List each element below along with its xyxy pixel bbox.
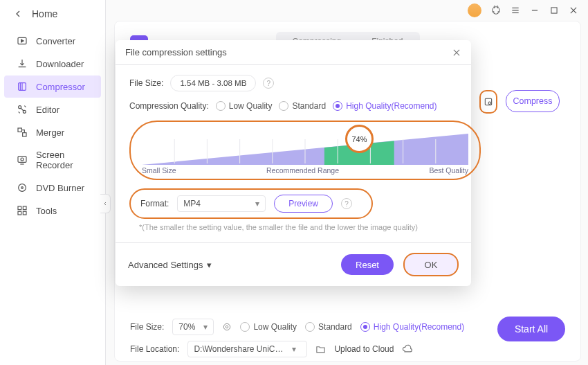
- quality-slider[interactable]: 74%: [142, 129, 468, 165]
- sidebar-item-merger[interactable]: Merger: [4, 121, 101, 143]
- svg-point-21: [21, 187, 24, 189]
- chevron-down-icon: ▾: [292, 344, 296, 354]
- support-icon[interactable]: [491, 6, 501, 15]
- sidebar-item-label: Tools: [36, 206, 57, 216]
- sidebar-item-label: Screen Recorder: [36, 150, 93, 170]
- file-location-select[interactable]: D:\Wondershare UniConverter 1 ▾: [187, 341, 307, 357]
- svg-point-18: [21, 158, 24, 161]
- svg-rect-16: [23, 133, 26, 136]
- radio-label: Low Quality: [229, 101, 273, 111]
- slider-value: 74%: [351, 135, 367, 143]
- svg-point-29: [226, 326, 229, 328]
- folder-icon[interactable]: [315, 344, 326, 355]
- svg-point-0: [493, 7, 500, 15]
- file-size-value: 70%: [178, 322, 195, 332]
- target-icon[interactable]: [222, 322, 232, 332]
- modal-title: File compression settings: [125, 47, 227, 57]
- modal-radio-high[interactable]: High Quality(Recomend): [333, 101, 437, 111]
- home-label: Home: [32, 8, 57, 19]
- radio-label: High Quality(Recomend): [374, 322, 464, 332]
- radio-label: Standard: [292, 101, 326, 111]
- radio-standard[interactable]: Standard: [305, 322, 352, 332]
- file-size-value: 1.54 MB - 3.08 MB: [180, 79, 246, 87]
- converter-icon: [17, 35, 28, 46]
- item-settings-button[interactable]: [479, 90, 497, 114]
- radio-label: High Quality(Recomend): [346, 101, 437, 111]
- merger-icon: [17, 127, 28, 138]
- help-icon[interactable]: ?: [341, 198, 352, 209]
- compressor-icon: [17, 81, 28, 92]
- help-icon[interactable]: ?: [263, 78, 274, 89]
- sidebar-item-dvd-burner[interactable]: DVD Burner: [4, 177, 101, 199]
- ok-button[interactable]: OK: [403, 253, 459, 276]
- sidebar-item-label: Downloader: [36, 59, 84, 69]
- screen-recorder-icon: [17, 154, 28, 166]
- advanced-label: Advanced Settings: [128, 260, 203, 270]
- start-all-button[interactable]: Start All: [497, 317, 565, 341]
- svg-rect-25: [23, 211, 26, 215]
- svg-rect-5: [551, 8, 557, 13]
- sidebar-item-label: Editor: [36, 105, 59, 115]
- radio-label: Low Quality: [253, 322, 297, 332]
- editor-icon: [17, 104, 28, 115]
- file-size-select[interactable]: 70% ▾: [172, 319, 214, 335]
- file-location-value: D:\Wondershare UniConverter 1: [194, 344, 284, 354]
- compression-settings-modal: File compression settings File Size: 1.5…: [116, 40, 471, 286]
- modal-file-size-label: File Size:: [129, 78, 163, 88]
- downloader-icon: [17, 58, 28, 69]
- preview-button[interactable]: Preview: [274, 195, 333, 213]
- menu-icon[interactable]: [511, 6, 520, 15]
- sidebar-item-compressor[interactable]: Compressor: [4, 75, 101, 98]
- radio-high-quality[interactable]: High Quality(Recomend): [360, 322, 464, 332]
- hint-text: *(The smaller the setting value, the sma…: [139, 223, 457, 231]
- svg-rect-15: [18, 128, 21, 132]
- sidebar-item-editor[interactable]: Editor: [4, 98, 101, 121]
- slider-handle[interactable]: 74%: [345, 125, 374, 153]
- sidebar-item-label: Merger: [36, 127, 64, 138]
- sidebar-collapse-button[interactable]: [100, 194, 111, 213]
- svg-rect-24: [18, 211, 21, 215]
- format-row: Format: MP4 ▾ Preview ?: [129, 188, 373, 219]
- slider-track-icon: [142, 134, 468, 165]
- svg-rect-22: [18, 206, 21, 210]
- compress-button[interactable]: Compress: [506, 90, 560, 112]
- svg-point-28: [224, 323, 230, 330]
- sidebar-item-screen-recorder[interactable]: Screen Recorder: [4, 144, 101, 176]
- slider-small-label: Small Size: [142, 166, 176, 175]
- reset-button[interactable]: Reset: [341, 254, 394, 275]
- window-minimize-icon[interactable]: [530, 6, 540, 15]
- svg-rect-23: [23, 206, 26, 210]
- cloud-icon[interactable]: [402, 344, 413, 355]
- radio-low-quality[interactable]: Low Quality: [240, 322, 297, 332]
- window-maximize-icon[interactable]: [549, 6, 559, 15]
- bottom-bar: File Size: 70% ▾ Low Quality Standard Hi…: [130, 319, 565, 353]
- user-avatar[interactable]: [468, 3, 481, 17]
- slider-best-label: Best Quality: [429, 166, 468, 175]
- sidebar: Home Converter Downloader Compressor Edi…: [0, 0, 106, 365]
- file-size-label: File Size:: [130, 322, 164, 332]
- quality-label: Compression Quality:: [129, 101, 209, 111]
- sidebar-item-label: Converter: [36, 36, 75, 46]
- sidebar-item-downloader[interactable]: Downloader: [4, 53, 101, 75]
- slider-rec-label: Recommended Range: [266, 166, 339, 175]
- advanced-settings-toggle[interactable]: Advanced Settings ▾: [128, 260, 212, 270]
- close-icon[interactable]: [452, 48, 461, 57]
- dvd-burner-icon: [17, 182, 28, 193]
- format-select[interactable]: MP4 ▾: [177, 195, 266, 212]
- svg-point-27: [488, 102, 491, 105]
- chevron-left-icon: [12, 8, 24, 19]
- modal-radio-low[interactable]: Low Quality: [216, 101, 273, 111]
- home-link[interactable]: Home: [0, 0, 105, 29]
- file-size-field[interactable]: 1.54 MB - 3.08 MB: [170, 75, 256, 91]
- window-close-icon[interactable]: [569, 6, 578, 15]
- svg-rect-17: [18, 157, 26, 163]
- sidebar-item-tools[interactable]: Tools: [4, 199, 101, 222]
- sidebar-item-converter[interactable]: Converter: [4, 30, 101, 52]
- tools-icon: [17, 205, 28, 216]
- chevron-down-icon: ▾: [207, 260, 212, 270]
- format-label: Format:: [140, 199, 169, 208]
- upload-to-cloud-label: Upload to Cloud: [334, 344, 394, 354]
- modal-radio-standard[interactable]: Standard: [279, 101, 326, 111]
- format-value: MP4: [183, 199, 201, 208]
- sidebar-item-label: DVD Burner: [36, 183, 84, 193]
